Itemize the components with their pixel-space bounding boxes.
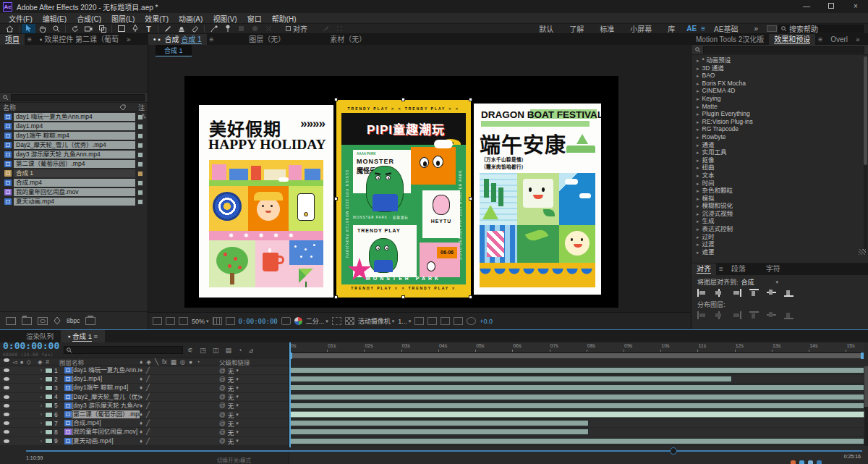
layer-name[interactable]: [我的童年回忆闹盘.mov] bbox=[72, 428, 140, 436]
layer-bar-row[interactable] bbox=[289, 384, 864, 392]
eye-icon[interactable] bbox=[4, 368, 9, 372]
eye-icon[interactable] bbox=[4, 413, 9, 416]
viewer-timecode[interactable]: 0:00:00:00 bbox=[239, 318, 278, 325]
effects-search-input[interactable] bbox=[703, 46, 864, 54]
effect-category[interactable]: ▸Boris FX Mocha bbox=[692, 80, 868, 88]
item-color-checkbox[interactable] bbox=[137, 190, 143, 195]
layer-row[interactable]: ›5[day3 游乐摩天轮 九鱼Ann.mp4]♦╱@无▾ bbox=[0, 402, 289, 410]
selection-handle[interactable] bbox=[334, 197, 338, 201]
tab-effects-presets[interactable]: 效果和预设 bbox=[769, 34, 815, 45]
comp-panel-menu-icon[interactable]: ≡ bbox=[207, 34, 217, 45]
camera-dropdown[interactable]: 活动摄像机▾ bbox=[358, 316, 395, 326]
help-search-box[interactable]: 搜索帮助 bbox=[778, 25, 864, 33]
layer-duration-bar[interactable] bbox=[290, 438, 864, 444]
effect-category[interactable]: ▸时间 bbox=[692, 180, 868, 187]
disclosure-triangle-icon[interactable]: ▸ bbox=[697, 127, 699, 132]
layer-switches[interactable]: ♦╱ bbox=[140, 420, 219, 426]
expander-icon[interactable]: › bbox=[38, 368, 45, 373]
effect-category[interactable]: ▸Matte bbox=[692, 103, 868, 111]
snap-align-toggle[interactable]: 对齐 bbox=[286, 23, 307, 34]
layer-switches[interactable]: ♦╱ bbox=[140, 411, 219, 418]
disclosure-triangle-icon[interactable]: ▸ bbox=[697, 150, 699, 155]
expander-icon[interactable]: › bbox=[38, 412, 45, 417]
effect-category[interactable]: ▸Plugin Everything bbox=[692, 110, 868, 118]
bit-depth-button[interactable]: 8bpc bbox=[67, 317, 80, 324]
grid-dots-icon[interactable] bbox=[333, 24, 346, 33]
tab-paragraph[interactable]: 段落 bbox=[726, 263, 751, 275]
layer-switches[interactable]: ♦╱ bbox=[140, 438, 219, 444]
disclosure-triangle-icon[interactable]: ▸ bbox=[697, 119, 699, 125]
mask-visibility-icon[interactable] bbox=[226, 317, 235, 325]
camera-tool-icon[interactable] bbox=[82, 24, 95, 33]
timeline-vscrollbar[interactable] bbox=[864, 366, 868, 446]
layer-row[interactable]: ›3[day1端午 粽粽.mp4]♦╱@无▾ bbox=[0, 384, 289, 392]
layer-duration-bar[interactable] bbox=[290, 420, 589, 426]
effect-category[interactable]: ▸抠像 bbox=[692, 156, 868, 164]
disclosure-triangle-icon[interactable]: ▸ bbox=[697, 235, 699, 240]
current-timecode[interactable]: 0:00:00:0000000 (25.00 fps) bbox=[3, 342, 59, 359]
align-panel-menu-icon[interactable]: ≡ bbox=[716, 263, 726, 275]
layer-switches[interactable]: ♦╱ bbox=[140, 376, 219, 382]
tab-effect-controls[interactable]: ▪ 效果控件 第二课（葡萄 bbox=[35, 34, 124, 45]
clone-stamp-tool-icon[interactable] bbox=[174, 24, 188, 33]
menu-item[interactable]: 合成(C) bbox=[72, 13, 106, 24]
project-item[interactable]: day1端午 粽粽.mp4 bbox=[0, 131, 148, 140]
project-columns-header[interactable]: 名称 注 bbox=[0, 103, 148, 112]
item-color-checkbox[interactable] bbox=[137, 152, 143, 158]
effect-category[interactable]: ▸生成 bbox=[692, 217, 868, 225]
minimize-button[interactable]: — bbox=[794, 0, 819, 13]
layer-name[interactable]: [夏天动画.mp4] bbox=[72, 437, 140, 445]
align-button[interactable] bbox=[697, 289, 707, 297]
menu-item[interactable]: 编辑(E) bbox=[38, 13, 71, 24]
timeline-columns-header[interactable]: ◅●⬦ ◈ # 图层名称 ♦◈╲fx▦◎●◔ 父级和链接 bbox=[0, 358, 289, 366]
align-button[interactable] bbox=[784, 289, 793, 297]
effect-category[interactable]: ▸遮罩 bbox=[692, 248, 868, 256]
pan-behind-tool-icon[interactable] bbox=[95, 24, 109, 33]
effects-search[interactable] bbox=[692, 45, 868, 55]
selection-handle[interactable] bbox=[334, 98, 338, 101]
expander-icon[interactable]: › bbox=[38, 403, 45, 408]
transparency-grid-icon[interactable] bbox=[345, 317, 354, 325]
poster-monster-park[interactable]: TRENDY PLAY ✕ ✕ TRENDY PLAY ✕ ✕ PIPI童趣潮玩… bbox=[336, 100, 471, 298]
expander-icon[interactable]: › bbox=[38, 439, 45, 444]
workspace-ae-basic[interactable]: AE基础 bbox=[707, 23, 745, 34]
effect-category[interactable]: ▸* 动画预设 bbox=[692, 56, 868, 64]
layer-switches[interactable]: ♦╱ bbox=[140, 402, 219, 409]
share-view-icon[interactable] bbox=[179, 317, 188, 325]
grid-guides-icon[interactable] bbox=[213, 317, 222, 325]
disclosure-triangle-icon[interactable]: ▸ bbox=[697, 158, 699, 163]
effect-category[interactable]: ▸实用工具 bbox=[692, 148, 868, 156]
disclosure-triangle-icon[interactable]: ▸ bbox=[697, 58, 699, 63]
item-color-checkbox[interactable] bbox=[137, 133, 143, 139]
tab-motion-tools[interactable]: Motion Tools 2汉化版 bbox=[691, 34, 769, 45]
layer-bar-row[interactable] bbox=[289, 393, 864, 402]
effect-category[interactable]: ▸RE:Vision Plug-ins bbox=[692, 118, 868, 126]
parent-link-cell[interactable]: @无▾ bbox=[219, 436, 289, 445]
project-search[interactable] bbox=[0, 93, 148, 103]
region-of-interest-icon[interactable] bbox=[332, 317, 341, 325]
align-button[interactable] bbox=[749, 289, 759, 297]
disclosure-triangle-icon[interactable]: ▸ bbox=[697, 250, 699, 255]
tab-footage[interactable]: 素材（无） bbox=[325, 34, 371, 45]
item-color-checkbox[interactable] bbox=[137, 180, 143, 186]
layer-color-chip[interactable] bbox=[45, 421, 53, 426]
effect-category[interactable]: ▸扭曲 bbox=[692, 164, 868, 172]
project-flowchart-icon[interactable] bbox=[54, 317, 61, 325]
selection-tool-icon[interactable] bbox=[22, 24, 35, 33]
layer-bar-row[interactable] bbox=[289, 402, 864, 410]
disclosure-triangle-icon[interactable]: ▸ bbox=[697, 203, 699, 208]
workspace-button[interactable]: 了解 bbox=[562, 23, 591, 34]
timeline-hscrollbar[interactable] bbox=[26, 450, 862, 452]
eye-icon[interactable] bbox=[4, 430, 9, 434]
exposure-value[interactable]: +0.0 bbox=[480, 318, 493, 325]
selection-handle[interactable] bbox=[469, 197, 472, 201]
expander-icon[interactable]: › bbox=[38, 376, 45, 381]
selection-handle[interactable] bbox=[334, 295, 338, 299]
snap-checkbox[interactable] bbox=[286, 26, 291, 31]
hide-shy-layers-icon[interactable]: ◫ bbox=[213, 347, 219, 354]
effect-category[interactable]: ▸杂色和颗粒 bbox=[692, 187, 868, 195]
view-layout-dropdown[interactable]: 1...▾ bbox=[398, 318, 411, 325]
effect-category[interactable]: ▸过时 bbox=[692, 233, 868, 241]
layer-switches[interactable]: ♦╱ bbox=[140, 429, 219, 435]
layer-row[interactable]: ›8[我的童年回忆闹盘.mov]♦╱@无▾ bbox=[0, 428, 289, 436]
